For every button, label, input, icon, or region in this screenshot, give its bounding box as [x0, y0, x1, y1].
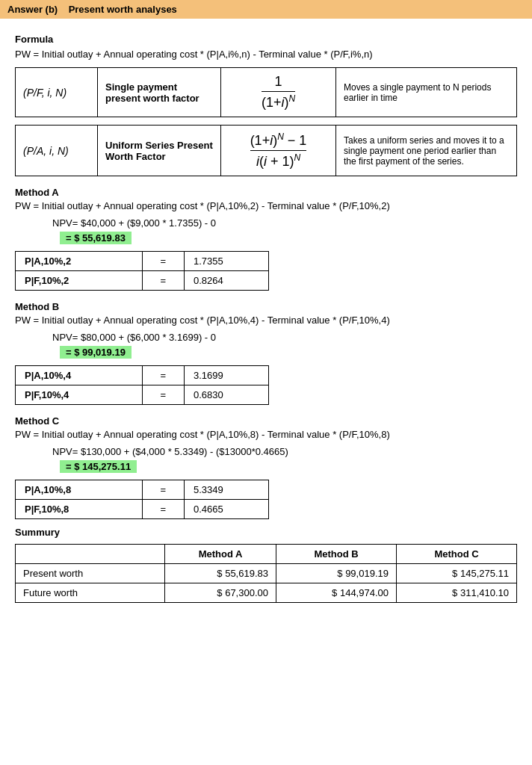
- method-c-npv-calc: NPV= $130,000 + ($4,000 * 5.3349) - ($13…: [52, 446, 517, 457]
- method-a-npv-calc: NPV= $40,000 + ($9,000 * 1.7355) - 0: [52, 217, 517, 229]
- method-a-pa-label: P|A,10%,2: [16, 252, 143, 271]
- summary-col-b: Method B: [276, 545, 397, 564]
- summary-empty-header: [16, 545, 165, 564]
- pa-name: Uniform Series Present Worth Factor: [98, 126, 221, 176]
- method-c-npv-result: = $ 145,275.11: [60, 461, 517, 472]
- summary-row-future-worth-a: $ 67,300.00: [165, 583, 276, 603]
- summary-col-a: Method A: [165, 545, 276, 564]
- pf-formula: 1 (1+i)N: [221, 68, 336, 117]
- summary-row-present-worth-b: $ 99,019.19: [276, 564, 397, 583]
- summary-row-present-worth: Present worth $ 55,619.83 $ 99,019.19 $ …: [16, 564, 517, 583]
- summary-row-present-worth-c: $ 145,275.11: [396, 564, 516, 583]
- pa-label: (P/A, i, N): [16, 126, 98, 176]
- summary-row-future-worth-label: Future worth: [16, 583, 165, 603]
- method-c-formula: PW = Initial outlay + Annual operating c…: [15, 429, 517, 440]
- method-a-npv-result: = $ 55,619.83: [60, 232, 517, 244]
- pf-name: Single payment present worth factor: [98, 68, 221, 117]
- method-b-pa-label: P|A,10%,4: [16, 366, 143, 385]
- pf-label: (P/F, i, N): [16, 68, 98, 117]
- pf-description: Moves a single payment to N periods earl…: [336, 68, 517, 117]
- summary-row-present-worth-a: $ 55,619.83: [165, 564, 276, 583]
- method-c-title: Method C: [15, 415, 517, 427]
- header-title: Present worth analyses: [69, 4, 177, 15]
- method-a-formula: PW = Initial outlay + Annual operating c…: [15, 200, 517, 211]
- method-b-formula: PW = Initial outlay + Annual operating c…: [15, 315, 517, 326]
- method-c-pf-label: P|F,10%,8: [16, 500, 143, 519]
- method-c-pa-value: 5.3349: [185, 480, 269, 500]
- method-c-pa-label: P|A,10%,8: [16, 480, 143, 500]
- method-b-pa-value: 3.1699: [185, 366, 269, 385]
- summary-row-future-worth-b: $ 144,974.00: [276, 583, 397, 603]
- method-c-pf-value: 0.4665: [185, 500, 269, 519]
- summary-col-c: Method C: [396, 545, 516, 564]
- formula-section-title: Formula: [15, 34, 517, 45]
- method-a-pa-value: 1.7355: [185, 252, 269, 271]
- pa-description: Takes a uniform series and moves it to a…: [336, 126, 517, 176]
- summary-row-future-worth-c: $ 311,410.10: [396, 583, 516, 603]
- method-a-pf-value: 0.8264: [185, 271, 269, 291]
- header-bar: Answer (b) Present worth analyses: [0, 0, 532, 19]
- method-a-factors-table: P|A,10%,2 = 1.7355 P|F,10%,2 = 0.8264: [15, 251, 269, 291]
- summary-row-future-worth: Future worth $ 67,300.00 $ 144,974.00 $ …: [16, 583, 517, 603]
- method-b-pf-value: 0.6830: [185, 385, 269, 405]
- summary-row-present-worth-label: Present worth: [16, 564, 165, 583]
- method-b-npv-result: = $ 99,019.19: [60, 347, 517, 358]
- header-label: Answer (b): [7, 4, 58, 15]
- formula-text: PW = Initial outlay + Annual operating c…: [15, 49, 517, 60]
- method-a-title: Method A: [15, 187, 517, 198]
- summary-table: Method A Method B Method C Present worth…: [15, 544, 517, 603]
- pf-factor-table: (P/F, i, N) Single payment present worth…: [15, 67, 517, 117]
- pa-factor-table: (P/A, i, N) Uniform Series Present Worth…: [15, 125, 517, 176]
- method-b-npv-calc: NPV= $80,000 + ($6,000 * 3.1699) - 0: [52, 332, 517, 343]
- method-c-factors-table: P|A,10%,8 = 5.3349 P|F,10%,8 = 0.4665: [15, 480, 269, 519]
- method-a-pf-label: P|F,10%,2: [16, 271, 143, 291]
- method-b-title: Method B: [15, 301, 517, 312]
- method-b-factors-table: P|A,10%,4 = 3.1699 P|F,10%,4 = 0.6830: [15, 365, 269, 405]
- pa-formula: (1+i)N − 1 i(i + 1)N: [221, 126, 336, 176]
- summary-title: Summury: [15, 527, 517, 538]
- method-b-pf-label: P|F,10%,4: [16, 385, 143, 405]
